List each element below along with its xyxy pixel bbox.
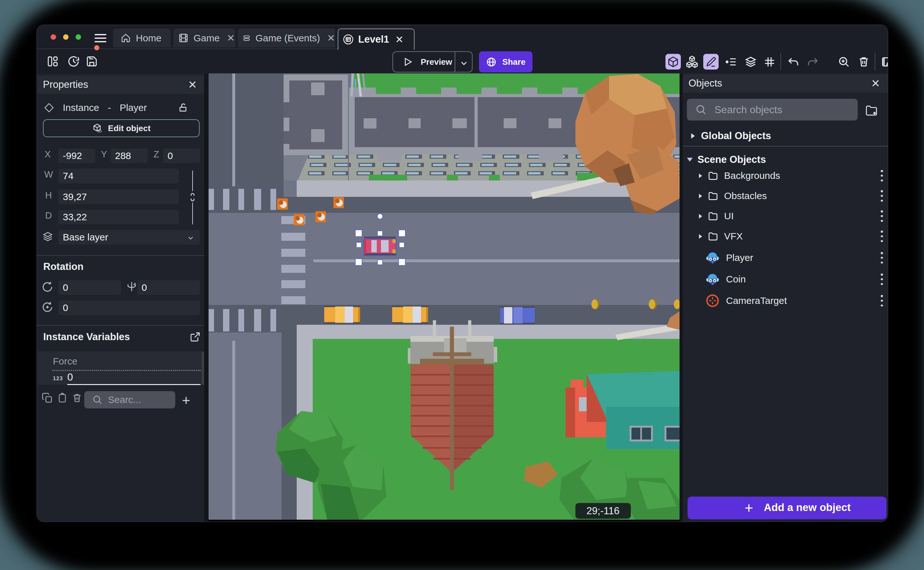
svg-text:29;-116: 29;-116: [586, 505, 620, 516]
svg-text:3D: 3D: [98, 130, 102, 133]
